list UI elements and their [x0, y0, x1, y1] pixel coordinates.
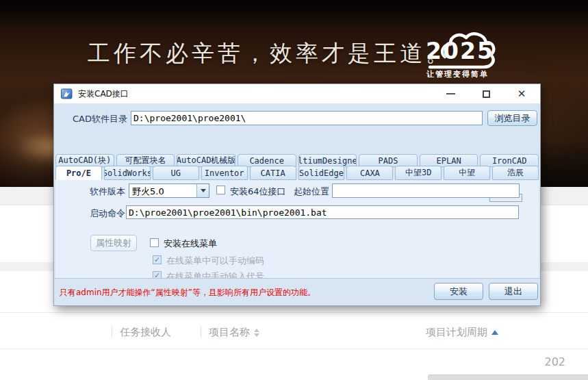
tab-zw3d[interactable]: 中望3D	[395, 166, 442, 180]
tab-gstarcad[interactable]: 浩辰	[492, 166, 539, 180]
dialog-titlebar[interactable]: 安装CAD接口 ✕	[54, 84, 540, 104]
corner-panel-edge	[428, 375, 588, 380]
admin-warning-text: 只有admin用户才能操作“属性映射”等，且影响所有用户设置的功能。	[60, 287, 316, 299]
column-header-label: 项目名称	[209, 326, 250, 339]
page-divider	[0, 349, 588, 349]
column-header-label: 项目计划周期	[426, 326, 487, 339]
page-divider	[0, 312, 588, 313]
install-online-menu-checkbox[interactable]	[150, 238, 159, 247]
cad-directory-label: CAD软件目录	[57, 113, 127, 125]
install-cad-dialog: 安装CAD接口 ✕ CAD软件目录 浏览目录 AutoCAD(块) 可配置块名 …	[53, 84, 541, 306]
close-button[interactable]: ✕	[510, 86, 533, 101]
manual-coding-label: 在线菜单中可以手动编码	[166, 255, 264, 267]
close-icon: ✕	[517, 89, 526, 99]
launch-command-label: 启动命令	[83, 207, 125, 220]
install-button[interactable]: 安装	[434, 283, 483, 300]
launch-command-input[interactable]	[126, 205, 519, 219]
exit-button[interactable]: 退出	[489, 283, 538, 300]
install-64bit-checkbox[interactable]	[216, 186, 225, 194]
column-header-project-name[interactable]: 项目名称	[209, 326, 259, 339]
install-64bit-label: 安装64位接口	[230, 186, 286, 198]
brand-logo: 2025 让管理变得简单	[424, 29, 515, 79]
browse-directory-button[interactable]: 浏览目录	[487, 110, 537, 126]
minimize-button[interactable]	[439, 86, 462, 101]
start-position-input[interactable]	[332, 183, 520, 198]
dialog-footer: 只有admin用户才能操作“属性映射”等，且影响所有用户设置的功能。 安装 退出	[54, 278, 540, 305]
tab-solidworks[interactable]: SolidWorks	[104, 166, 151, 180]
screen: 工作不必辛苦，效率才是王道。 2025 让管理变得简单 任务接收人 项目名称 项…	[0, 0, 588, 380]
minimize-icon	[446, 93, 455, 94]
manual-coding-checkbox: ✓	[153, 255, 162, 264]
banner-slogan: 工作不必辛苦，效率才是王道。	[88, 38, 452, 69]
dialog-app-icon	[61, 88, 73, 99]
tab-strip-row2: Pro/E SolidWorks UG Inventor CATIA Solid…	[55, 166, 539, 180]
maximize-button[interactable]	[474, 86, 498, 101]
column-header-assignee[interactable]: 任务接收人	[120, 326, 171, 339]
column-header-project-schedule[interactable]: 项目计划周期	[426, 326, 498, 339]
sort-ascending-icon[interactable]	[491, 330, 498, 335]
tab-pro-e[interactable]: Pro/E	[55, 166, 102, 180]
column-divider	[201, 327, 201, 338]
partial-year-text: 202	[544, 355, 565, 368]
logo-tagline-text: 让管理变得简单	[426, 69, 489, 79]
cad-directory-input[interactable]	[131, 111, 483, 125]
tab-inventor[interactable]: Inventor	[201, 166, 248, 180]
dialog-title: 安装CAD接口	[78, 88, 129, 100]
column-divider	[112, 327, 112, 338]
logo-year-text: 2025	[426, 40, 494, 62]
software-version-dropdown[interactable]: 野火5.0	[129, 183, 209, 198]
maximize-icon	[483, 90, 490, 98]
table-header-row: 任务接收人 项目名称 项目计划周期	[0, 320, 588, 344]
check-icon: ✓	[154, 256, 160, 264]
tab-caxa[interactable]: CAXA	[346, 166, 393, 180]
tab-catia[interactable]: CATIA	[250, 166, 296, 180]
attribute-mapping-button: 属性映射	[90, 235, 137, 251]
tab-ug[interactable]: UG	[153, 166, 199, 180]
banner-shade	[0, 0, 588, 29]
start-position-label: 起始位置	[290, 186, 329, 198]
column-header-label: 任务接收人	[120, 326, 171, 339]
tab-zwcad[interactable]: 中望	[444, 166, 490, 180]
dropdown-arrow-icon[interactable]	[196, 184, 209, 197]
tab-solidedge[interactable]: SolidEdge	[298, 166, 345, 180]
sort-both-icon[interactable]	[254, 329, 259, 337]
install-online-menu-label: 安装在线菜单	[164, 238, 217, 250]
software-version-label: 软件版本	[83, 186, 125, 198]
software-version-value: 野火5.0	[129, 184, 196, 197]
